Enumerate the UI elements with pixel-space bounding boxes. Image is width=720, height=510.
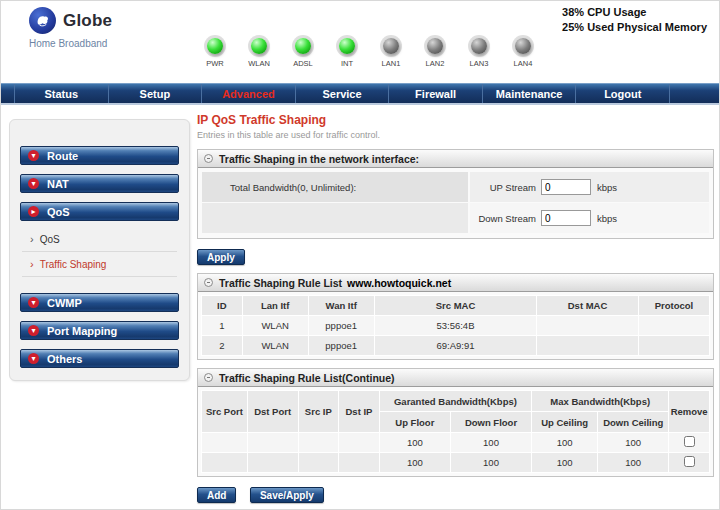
sidebar-item-label: NAT [47,178,69,190]
chevron-down-icon [28,297,39,308]
nav-item-firewall[interactable]: Firewall [388,84,482,103]
lan1-led-icon [383,38,399,54]
apply-button-row: Apply [197,247,714,265]
sidebar-item-nat[interactable]: NAT [20,174,179,193]
led-label: LAN3 [470,59,489,68]
column-header-dst-mac: Dst MAC [537,296,639,316]
chevron-right-icon [28,206,39,217]
router-admin-page: Globe Home Broadband 38% CPU Usage 25% U… [0,0,720,510]
down-stream-label: Down Stream [470,213,536,224]
sidebar-item-label: Others [47,353,82,365]
cell-src-ip [298,433,339,453]
sidebar-item-label: QoS [47,206,70,218]
table-row: 100 100 100 100 [202,453,710,473]
led-unit: WLAN [237,38,281,68]
divider [22,276,177,277]
column-header-protocol: Protocol [638,296,709,316]
nav-item-logout[interactable]: Logout [575,84,669,103]
cell-up-ceiling: 100 [532,433,598,453]
submenu-item-traffic-shaping[interactable]: › Traffic Shaping [10,255,189,273]
cell-src-ip [298,453,339,473]
cell-id: 1 [202,316,243,336]
cell-remove [669,453,710,473]
add-button[interactable]: Add [197,487,236,503]
up-stream-unit: kbps [597,182,617,193]
sidebar-item-port-mapping[interactable]: Port Mapping [20,321,179,340]
sidebar-item-label: Port Mapping [47,325,117,337]
page-header: Globe Home Broadband 38% CPU Usage 25% U… [1,1,719,83]
column-header-dst-port: Dst Port [247,391,298,433]
cell-down-floor: 100 [450,453,531,473]
nav-item-setup[interactable]: Setup [108,84,202,103]
remove-checkbox[interactable] [684,456,695,467]
column-header-wan-itf: Wan Itf [308,296,374,316]
led-label: ADSL [293,59,313,68]
sidebar-item-others[interactable]: Others [20,349,179,368]
page-subtitle: Entries in this table are used for traff… [197,130,714,140]
lan4-led-icon [515,38,531,54]
shaping-form: Total Bandwidth(0, Unlimited): UP Stream… [198,168,713,238]
memory-usage-text: 25% Used Physical Memory [562,20,707,35]
total-bandwidth-label: Total Bandwidth(0, Unlimited): [202,172,468,202]
chevron-down-icon [28,325,39,336]
apply-button[interactable]: Apply [197,249,245,265]
nav-item-service[interactable]: Service [295,84,389,103]
brand-subtitle: Home Broadband [29,38,112,49]
cell-down-ceiling: 100 [598,453,669,473]
rule-list-table: ID Lan Itf Wan Itf Src MAC Dst MAC Proto… [201,295,710,356]
table-header-row: ID Lan Itf Wan Itf Src MAC Dst MAC Proto… [202,296,710,316]
collapse-icon[interactable] [204,154,213,163]
panel-header: Traffic Shaping Rule List(Continue) [198,369,713,387]
spacer [10,283,189,293]
nav-item-maintenance[interactable]: Maintenance [482,84,576,103]
up-stream-input[interactable] [541,179,591,195]
down-stream-cell: Down Stream kbps [470,203,709,233]
column-header-up-ceiling: Up Ceiling [532,412,598,433]
led-unit: LAN3 [457,38,501,68]
wlan-led-icon [251,38,267,54]
cell-up-ceiling: 100 [532,453,598,473]
cell-wan-itf: pppoe1 [308,316,374,336]
cell-src-mac: 69:A9:91 [374,336,537,356]
panel-header: Traffic Shaping in the network interface… [198,150,713,168]
sidebar-item-route[interactable]: Route [20,146,179,165]
rule-list-continue-table: Src Port Dst Port Src IP Dst IP Garanted… [201,390,710,473]
down-stream-input[interactable] [541,210,591,226]
chevron-right-icon: › [30,234,34,244]
brand-name: Globe [63,11,112,31]
lan3-led-icon [471,38,487,54]
up-stream-cell: UP Stream kbps [470,172,709,202]
nav-item-advanced[interactable]: Advanced [201,84,295,103]
cell-protocol [638,336,709,356]
watermark-text: www.howtoquick.net [347,277,451,289]
chevron-down-icon [28,353,39,364]
column-header-up-floor: Up Floor [379,412,450,433]
column-header-down-floor: Down Floor [450,412,531,433]
remove-checkbox[interactable] [684,436,695,447]
sidebar-item-qos[interactable]: QoS [20,202,179,221]
submenu-item-label: QoS [40,234,60,245]
nav-item-status[interactable]: Status [14,84,108,103]
int-led-icon [339,38,355,54]
collapse-icon[interactable] [204,278,213,287]
sidebar-item-cwmp[interactable]: CWMP [20,293,179,312]
column-header-down-ceiling: Down Ceiling [598,412,669,433]
globe-logo-icon [29,7,56,34]
save-apply-button[interactable]: Save/Apply [250,487,324,503]
submenu-item-qos[interactable]: › QoS [10,230,189,248]
down-stream-row: Down Stream kbps [202,203,709,233]
lan2-led-icon [427,38,443,54]
sidebar-item-label: CWMP [47,297,82,309]
cell-src-port [202,433,248,453]
column-header-remove: Remove [669,391,710,433]
cell-remove [669,433,710,453]
led-label: WLAN [248,59,270,68]
chevron-right-icon: › [30,259,34,269]
cell-id: 2 [202,336,243,356]
cell-down-floor: 100 [450,433,531,453]
led-unit: INT [325,38,369,68]
up-stream-row: Total Bandwidth(0, Unlimited): UP Stream… [202,172,709,202]
collapse-icon[interactable] [204,373,213,382]
cell-wan-itf: pppoe1 [308,336,374,356]
status-led-panel: PWR WLAN ADSL INT LAN1 LAN2 [193,38,545,68]
